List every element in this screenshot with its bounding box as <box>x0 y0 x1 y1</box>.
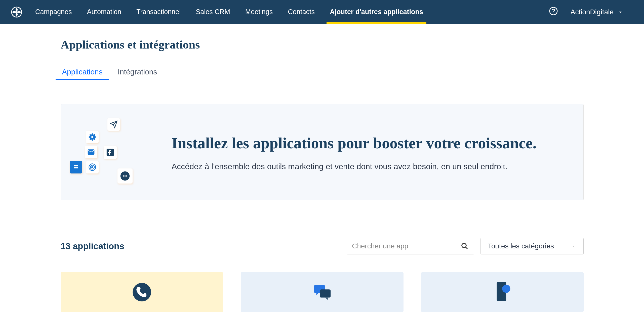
page-title: Applications et intégrations <box>61 38 584 51</box>
nav-item-contacts[interactable]: Contacts <box>287 0 316 24</box>
account-dropdown[interactable]: ActionDigitale <box>571 8 633 16</box>
whatsapp-icon <box>129 280 154 305</box>
app-card-conversations[interactable] <box>241 272 403 312</box>
apps-count: 13 applications <box>61 241 124 251</box>
hero-icons-cluster <box>68 117 139 187</box>
svg-point-15 <box>462 243 466 248</box>
svg-point-10 <box>92 166 93 168</box>
nav-item-add-apps[interactable]: Ajouter d'autres applications <box>329 0 424 24</box>
apps-header: 13 applications Toutes les catégories <box>61 238 584 254</box>
nav-item-meetings[interactable]: Meetings <box>244 0 274 24</box>
app-cards-grid <box>61 272 584 312</box>
apps-controls: Toutes les catégories <box>347 238 584 254</box>
hero-title: Installez les applications pour booster … <box>172 133 568 153</box>
nav-item-campaigns[interactable]: Campagnes <box>34 0 73 24</box>
svg-point-14 <box>126 175 127 177</box>
nav-left-section: Campagnes Automation Transactionnel Sale… <box>11 0 424 24</box>
nav-item-sales-crm[interactable]: Sales CRM <box>194 0 231 24</box>
search-group <box>347 238 474 254</box>
tab-integrations[interactable]: Intégrations <box>116 64 158 80</box>
target-icon <box>86 161 99 173</box>
app-card-whatsapp[interactable] <box>61 272 223 312</box>
nav-items: Campagnes Automation Transactionnel Sale… <box>34 0 424 24</box>
hero-subtitle: Accédez à l'ensemble des outils marketin… <box>172 162 568 171</box>
app-card-push[interactable] <box>421 272 584 312</box>
envelope-icon <box>85 146 97 158</box>
paper-plane-icon <box>107 118 120 131</box>
logo-icon <box>11 6 23 18</box>
top-navigation: Campagnes Automation Transactionnel Sale… <box>0 0 644 24</box>
svg-point-21 <box>502 285 510 293</box>
hero-banner: Installez les applications pour booster … <box>61 104 584 200</box>
tabs-container: Applications Intégrations <box>61 64 584 80</box>
document-icon <box>70 161 82 173</box>
nav-item-automation[interactable]: Automation <box>86 0 123 24</box>
chat-bubble-icon <box>117 168 133 184</box>
svg-rect-19 <box>320 289 331 297</box>
dropdown-arrow-icon <box>571 244 576 249</box>
svg-rect-7 <box>74 167 78 168</box>
logo[interactable] <box>11 6 23 18</box>
category-label: Toutes les catégories <box>488 242 554 250</box>
nav-item-transactional[interactable]: Transactionnel <box>135 0 182 24</box>
search-icon <box>461 242 468 250</box>
account-name: ActionDigitale <box>571 8 614 16</box>
search-button[interactable] <box>455 238 474 254</box>
conversations-icon <box>309 280 335 305</box>
facebook-icon <box>104 146 117 159</box>
svg-line-16 <box>466 247 468 249</box>
svg-point-17 <box>133 283 151 301</box>
hero-text: Installez les applications pour booster … <box>172 133 568 171</box>
svg-rect-6 <box>74 165 78 166</box>
mobile-notification-icon <box>490 280 515 305</box>
svg-point-12 <box>123 175 124 177</box>
search-input[interactable] <box>347 238 455 254</box>
apps-section: 13 applications Toutes les catégories <box>61 238 584 312</box>
nav-right-section: ActionDigitale <box>549 7 633 17</box>
chevron-down-icon <box>617 9 623 15</box>
main-content: Applications et intégrations Application… <box>0 24 644 312</box>
help-icon[interactable] <box>549 7 558 17</box>
gear-icon <box>86 131 99 143</box>
tab-applications[interactable]: Applications <box>61 64 104 80</box>
svg-point-13 <box>125 175 126 177</box>
category-dropdown[interactable]: Toutes les catégories <box>480 238 584 254</box>
